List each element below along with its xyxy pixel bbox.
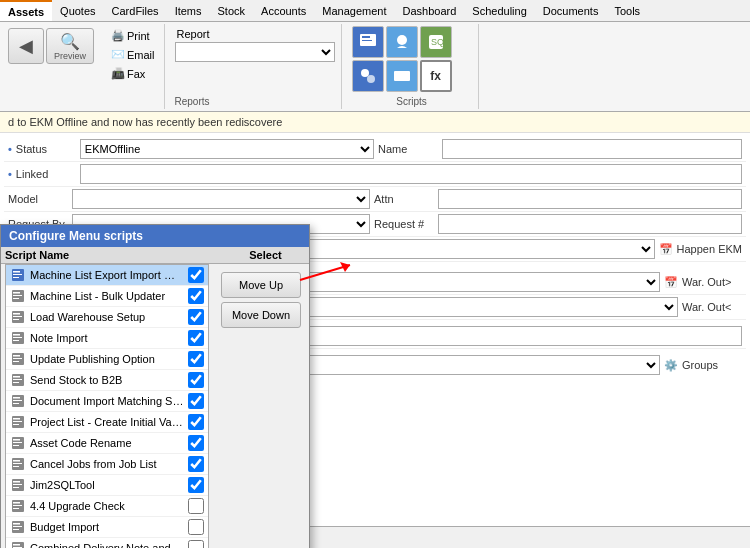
- move-down-button[interactable]: Move Down: [221, 302, 301, 328]
- move-up-button[interactable]: Move Up: [221, 272, 301, 298]
- script-row-checkbox[interactable]: [188, 498, 204, 514]
- svg-rect-15: [13, 295, 22, 296]
- svg-rect-19: [13, 316, 22, 317]
- request-hash-input[interactable]: [438, 214, 742, 234]
- script-row[interactable]: Send Stock to B2B: [6, 370, 208, 391]
- menu-items[interactable]: Items: [167, 0, 210, 21]
- svg-point-6: [361, 69, 369, 77]
- script-row[interactable]: Machine List - Bulk Updater: [6, 286, 208, 307]
- script-row[interactable]: Combined Delivery Note and Shipping Stic…: [6, 538, 208, 548]
- model-select[interactable]: [72, 189, 370, 209]
- script-row-icon: [10, 540, 26, 548]
- svg-rect-46: [13, 460, 20, 462]
- script-row-name: 4.4 Upgrade Check: [30, 500, 184, 512]
- war-out2-label: War. Out<: [682, 301, 742, 313]
- script-row-icon: [10, 309, 26, 325]
- menu-management[interactable]: Management: [314, 0, 394, 21]
- svg-rect-31: [13, 379, 22, 380]
- script-row-checkbox[interactable]: [188, 477, 204, 493]
- script-row-checkbox[interactable]: [188, 393, 204, 409]
- calendar-icon[interactable]: 📅: [659, 243, 673, 256]
- fax-button[interactable]: 📠 Fax: [106, 64, 160, 83]
- script-row-icon: [10, 435, 26, 451]
- linked-input[interactable]: [80, 164, 742, 184]
- svg-line-81: [300, 265, 350, 280]
- script-list[interactable]: Machine List Export Import MetersMachine…: [5, 264, 209, 548]
- menu-accounts[interactable]: Accounts: [253, 0, 314, 21]
- menu-stock[interactable]: Stock: [210, 0, 254, 21]
- svg-rect-10: [13, 271, 20, 273]
- script-row[interactable]: Document Import Matching Stock Vendor: [6, 391, 208, 412]
- script-row[interactable]: Note Import: [6, 328, 208, 349]
- script-icon-5[interactable]: [386, 60, 418, 92]
- menu-dashboard[interactable]: Dashboard: [395, 0, 465, 21]
- svg-rect-51: [13, 484, 22, 485]
- script-row[interactable]: Jim2SQLTool: [6, 475, 208, 496]
- script-row[interactable]: Machine List Export Import Meters: [6, 265, 208, 286]
- script-row-name: Project List - Create Initial Variation: [30, 416, 184, 428]
- attn-label: Attn: [374, 193, 434, 205]
- scripts-icons: SQL fx: [352, 26, 472, 92]
- svg-rect-48: [13, 466, 19, 467]
- svg-rect-16: [13, 298, 19, 299]
- script-row-checkbox[interactable]: [188, 456, 204, 472]
- menu-tools[interactable]: Tools: [606, 0, 648, 21]
- menu-assets[interactable]: Assets: [0, 0, 52, 21]
- col-script-name: Script Name: [5, 249, 238, 261]
- col-select: Select: [238, 249, 293, 261]
- script-row-name: Send Stock to B2B: [30, 374, 184, 386]
- status-select[interactable]: EKMOffline: [80, 139, 374, 159]
- script-row[interactable]: Cancel Jobs from Job List: [6, 454, 208, 475]
- war-out-label: War. Out>: [682, 276, 742, 288]
- svg-rect-54: [13, 502, 20, 504]
- script-row-name: Document Import Matching Stock Vendor: [30, 395, 184, 407]
- scripts-group: SQL fx Scripts: [346, 24, 479, 109]
- email-button[interactable]: ✉️ Email: [106, 45, 160, 64]
- script-row[interactable]: Load Warehouse Setup: [6, 307, 208, 328]
- menu-quotes[interactable]: Quotes: [52, 0, 103, 21]
- script-row-checkbox[interactable]: [188, 414, 204, 430]
- script-row-name: Machine List - Bulk Updater: [30, 290, 184, 302]
- script-row[interactable]: 4.4 Upgrade Check: [6, 496, 208, 517]
- script-icon-2[interactable]: [386, 26, 418, 58]
- print-button[interactable]: 🖨️ Print: [106, 26, 160, 45]
- attn-input[interactable]: [438, 189, 742, 209]
- report-select[interactable]: [175, 42, 335, 62]
- groups-label: Groups: [682, 359, 742, 371]
- groups-icon[interactable]: ⚙️: [664, 359, 678, 372]
- script-row-checkbox[interactable]: [188, 288, 204, 304]
- script-row-checkbox[interactable]: [188, 435, 204, 451]
- fx-button[interactable]: fx: [420, 60, 452, 92]
- menu-documents[interactable]: Documents: [535, 0, 607, 21]
- script-row[interactable]: Update Publishing Option: [6, 349, 208, 370]
- script-icon-4[interactable]: [352, 60, 384, 92]
- script-row[interactable]: Budget Import: [6, 517, 208, 538]
- script-row-checkbox[interactable]: [188, 330, 204, 346]
- reports-group-label: Reports: [175, 94, 210, 107]
- script-row-icon: [10, 267, 26, 283]
- script-row-icon: [10, 519, 26, 535]
- svg-rect-20: [13, 319, 19, 320]
- preview-button[interactable]: 🔍 Preview: [46, 28, 94, 64]
- script-row-name: Jim2SQLTool: [30, 479, 184, 491]
- script-row[interactable]: Asset Code Rename: [6, 433, 208, 454]
- script-icon-3[interactable]: SQL: [420, 26, 452, 58]
- svg-rect-50: [13, 481, 20, 483]
- script-row-checkbox[interactable]: [188, 267, 204, 283]
- svg-rect-14: [13, 292, 20, 294]
- script-row-name: Budget Import: [30, 521, 184, 533]
- script-icon-1[interactable]: [352, 26, 384, 58]
- script-row-checkbox[interactable]: [188, 519, 204, 535]
- name-input[interactable]: [442, 139, 742, 159]
- menu-scheduling[interactable]: Scheduling: [464, 0, 534, 21]
- script-row-checkbox[interactable]: [188, 372, 204, 388]
- calendar-icon-3[interactable]: 📅: [664, 276, 678, 289]
- script-row-checkbox[interactable]: [188, 540, 204, 548]
- scripts-group-label: Scripts: [396, 94, 427, 107]
- script-row[interactable]: Project List - Create Initial Variation: [6, 412, 208, 433]
- menu-cardfiles[interactable]: CardFiles: [104, 0, 167, 21]
- script-row-name: Update Publishing Option: [30, 353, 184, 365]
- back-button[interactable]: ◀: [8, 28, 44, 64]
- script-row-checkbox[interactable]: [188, 351, 204, 367]
- script-row-checkbox[interactable]: [188, 309, 204, 325]
